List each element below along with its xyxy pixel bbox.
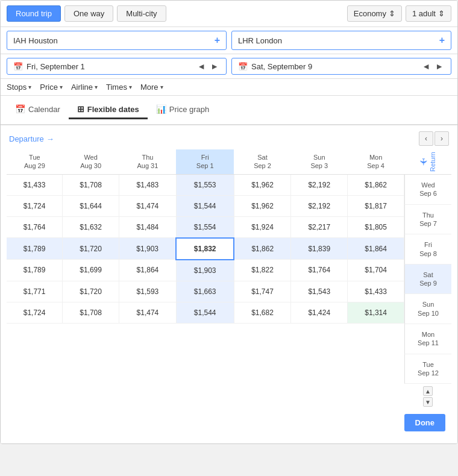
price-cell-r0-c2[interactable]: $1,483: [119, 174, 177, 195]
passengers-arrow: ⇕: [438, 9, 445, 18]
return-date-5[interactable]: MonSep 11: [404, 324, 451, 354]
return-plane-icon: ✈: [418, 158, 429, 166]
grid-next-btn[interactable]: ›: [434, 131, 449, 146]
nav-arrows: ‹ ›: [419, 131, 449, 146]
done-button[interactable]: Done: [404, 414, 446, 431]
return-date-3[interactable]: SatSep 9: [404, 265, 451, 295]
price-cell-r6-c2[interactable]: $1,474: [119, 302, 177, 323]
price-cell-r3-c6[interactable]: $1,864: [348, 238, 404, 260]
return-date-1[interactable]: ThuSep 7: [404, 205, 451, 235]
price-cell-r5-c1[interactable]: $1,720: [63, 281, 119, 302]
table-row: $1,433$1,708$1,483$1,553$1,962$2,192$1,8…: [7, 174, 404, 195]
price-cell-r4-c5[interactable]: $1,764: [291, 260, 348, 281]
tab-one-way[interactable]: One way: [64, 5, 113, 22]
tab-flexible[interactable]: ⊞ Flexible dates: [69, 101, 148, 119]
filter-airline-label: Airline: [71, 83, 93, 92]
price-cell-r1-c3[interactable]: $1,544: [176, 195, 234, 216]
calendar-icon: 📅: [15, 104, 25, 114]
price-cell-r5-c3[interactable]: $1,663: [176, 281, 234, 302]
class-selector[interactable]: Economy ⇕: [347, 5, 402, 22]
price-cell-r2-c1[interactable]: $1,632: [63, 216, 119, 238]
price-cell-r3-c1[interactable]: $1,720: [63, 238, 119, 260]
filter-stops[interactable]: Stops ▾: [7, 83, 31, 92]
tab-round-trip[interactable]: Round trip: [7, 5, 61, 22]
price-cell-r0-c3[interactable]: $1,553: [176, 174, 234, 195]
price-cell-r5-c6[interactable]: $1,433: [348, 281, 404, 302]
return-prev-btn[interactable]: ◄: [421, 61, 431, 71]
price-cell-r3-c0[interactable]: $1,789: [7, 238, 63, 260]
price-cell-r0-c0[interactable]: $1,433: [7, 174, 63, 195]
departure-next-btn[interactable]: ►: [209, 61, 220, 71]
price-cell-r1-c2[interactable]: $1,474: [119, 195, 177, 216]
price-cell-r6-c0[interactable]: $1,724: [7, 302, 63, 323]
price-cell-r3-c3[interactable]: $1,832: [176, 238, 234, 260]
price-cell-r2-c3[interactable]: $1,554: [176, 216, 234, 238]
filter-airline[interactable]: Airline ▾: [71, 83, 98, 92]
filter-more[interactable]: More ▾: [140, 83, 163, 92]
grid-prev-btn[interactable]: ‹: [419, 131, 433, 146]
price-cell-r3-c2[interactable]: $1,903: [119, 238, 177, 260]
col-header-1: WedAug 30: [63, 149, 119, 174]
return-next-btn[interactable]: ►: [434, 61, 445, 71]
price-cell-r3-c4[interactable]: $1,862: [234, 238, 291, 260]
filter-price[interactable]: Price ▾: [40, 83, 63, 92]
departure-date-input[interactable]: 📅 Fri, September 1 ◄ ►: [7, 58, 227, 75]
departure-calendar-icon: 📅: [13, 61, 23, 71]
departure-prev-btn[interactable]: ◄: [196, 61, 207, 71]
return-date-6[interactable]: TueSep 12: [404, 354, 451, 384]
price-cell-r1-c4[interactable]: $1,962: [234, 195, 291, 216]
price-cell-r5-c0[interactable]: $1,771: [7, 281, 63, 302]
price-cell-r2-c4[interactable]: $1,924: [234, 216, 291, 238]
price-cell-r5-c2[interactable]: $1,593: [119, 281, 177, 302]
price-cell-r4-c0[interactable]: $1,789: [7, 260, 63, 281]
price-cell-r1-c1[interactable]: $1,644: [63, 195, 119, 216]
tab-multi-city[interactable]: Multi-city: [117, 5, 166, 22]
price-cell-r0-c6[interactable]: $1,862: [348, 174, 404, 195]
price-cell-r2-c6[interactable]: $1,805: [348, 216, 404, 238]
more-arrow-icon: ▾: [160, 84, 163, 90]
price-cell-r5-c5[interactable]: $1,543: [291, 281, 348, 302]
price-cell-r6-c6[interactable]: $1,314: [348, 302, 404, 323]
price-cell-r1-c6[interactable]: $1,817: [348, 195, 404, 216]
price-cell-r4-c6[interactable]: $1,704: [348, 260, 404, 281]
scroll-up-btn[interactable]: ▲: [423, 386, 433, 396]
return-date-2[interactable]: FriSep 8: [404, 234, 451, 265]
destination-input[interactable]: LHR London +: [231, 31, 451, 50]
tab-calendar[interactable]: 📅 Calendar: [7, 101, 69, 119]
price-cell-r0-c5[interactable]: $2,192: [291, 174, 348, 195]
return-date-label: 📅 Sat, September 9: [238, 61, 312, 71]
table-body: $1,433$1,708$1,483$1,553$1,962$2,192$1,8…: [7, 174, 404, 323]
passengers-selector[interactable]: 1 adult ⇕: [406, 5, 451, 22]
price-cell-r5-c4[interactable]: $1,747: [234, 281, 291, 302]
price-cell-r6-c4[interactable]: $1,682: [234, 302, 291, 323]
return-date-input[interactable]: 📅 Sat, September 9 ◄ ►: [231, 58, 451, 75]
price-cell-r4-c3[interactable]: $1,903: [176, 260, 234, 281]
col-header-6: MonSep 4: [348, 149, 404, 174]
price-cell-r2-c0[interactable]: $1,764: [7, 216, 63, 238]
scroll-down-btn[interactable]: ▼: [423, 397, 433, 407]
return-date-0[interactable]: WedSep 6: [404, 175, 451, 205]
tab-price-graph[interactable]: 📊 Price graph: [148, 101, 218, 119]
price-cell-r4-c4[interactable]: $1,822: [234, 260, 291, 281]
price-cell-r0-c1[interactable]: $1,708: [63, 174, 119, 195]
price-cell-r1-c5[interactable]: $2,192: [291, 195, 348, 216]
price-cell-r4-c2[interactable]: $1,864: [119, 260, 177, 281]
price-cell-r2-c5[interactable]: $2,217: [291, 216, 348, 238]
return-date-4[interactable]: SunSep 10: [404, 294, 451, 324]
price-cell-r6-c3[interactable]: $1,544: [176, 302, 234, 323]
price-cell-r6-c1[interactable]: $1,708: [63, 302, 119, 323]
top-bar: Round trip One way Multi-city Economy ⇕ …: [1, 1, 457, 27]
stops-arrow-icon: ▾: [28, 84, 31, 90]
price-cell-r6-c5[interactable]: $1,424: [291, 302, 348, 323]
price-cell-r1-c0[interactable]: $1,724: [7, 195, 63, 216]
destination-label: LHR London: [238, 36, 282, 45]
col-header-3: FriSep 1: [176, 149, 234, 174]
filter-times[interactable]: Times ▾: [106, 83, 132, 92]
route-row: IAH Houston + LHR London +: [1, 27, 457, 54]
return-dates-col: WedSep 6ThuSep 7FriSep 8SatSep 9SunSep 1…: [404, 175, 451, 384]
origin-input[interactable]: IAH Houston +: [7, 31, 227, 50]
price-cell-r4-c1[interactable]: $1,699: [63, 260, 119, 281]
price-cell-r3-c5[interactable]: $1,839: [291, 238, 348, 260]
price-cell-r2-c2[interactable]: $1,484: [119, 216, 177, 238]
price-cell-r0-c4[interactable]: $1,962: [234, 174, 291, 195]
